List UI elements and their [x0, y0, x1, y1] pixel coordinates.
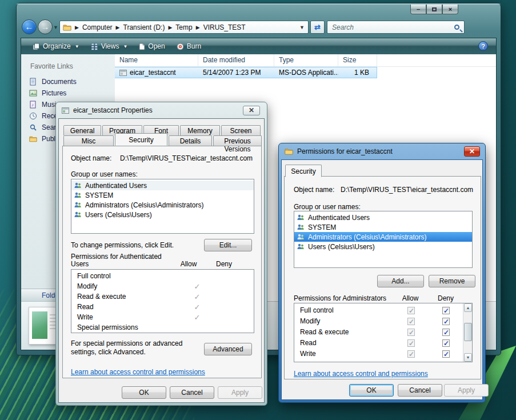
column-header-name[interactable]: Name: [115, 54, 198, 66]
deny-checkbox[interactable]: [442, 307, 450, 314]
list-item[interactable]: Authenticated Users: [71, 181, 254, 190]
breadcrumb-arrow-icon[interactable]: ▶: [75, 25, 79, 30]
tab-security[interactable]: Security: [115, 133, 167, 146]
breadcrumb-item-drive[interactable]: Transient (D:): [123, 23, 165, 31]
list-item[interactable]: SYSTEM: [294, 222, 472, 232]
group-list[interactable]: Authenticated Users SYSTEM Administrator…: [294, 211, 473, 268]
list-item[interactable]: Authenticated Users: [294, 213, 472, 222]
users-group-icon: [297, 214, 305, 221]
breadcrumb-item-computer[interactable]: Computer: [82, 23, 113, 31]
allow-header: Allow: [176, 260, 201, 268]
forward-icon[interactable]: →: [38, 19, 53, 34]
column-header-date-modified[interactable]: Date modified: [198, 54, 274, 66]
permissions-dialog-titlebar: Permissions for eicar_testaccnt: [285, 147, 393, 155]
scrollbar[interactable]: ▲ ▼: [463, 303, 472, 362]
scroll-up-icon[interactable]: ▲: [464, 303, 472, 312]
breadcrumb-arrow-icon[interactable]: ▶: [116, 25, 120, 30]
learn-about-link[interactable]: Learn about access control and permissio…: [294, 370, 428, 378]
list-item[interactable]: SYSTEM: [71, 190, 254, 200]
list-item-selected[interactable]: Administrators (Celsius\Administrators): [294, 232, 472, 242]
group-name: Administrators (Celsius\Administrators): [308, 233, 426, 241]
security-tab-page: Object name: D:\Temp\VIRUS_TEST\eicar_te…: [284, 176, 481, 379]
groups-label: Group or user names:: [294, 203, 361, 211]
sidebar-item-pictures[interactable]: Pictures: [21, 87, 115, 99]
sidebar-item-documents[interactable]: Documents: [21, 76, 115, 87]
table-row[interactable]: eicar_testaccnt 5/14/2007 1:23 PM MS-DOS…: [115, 67, 377, 78]
maximize-icon[interactable]: [426, 5, 442, 14]
group-name: Authenticated Users: [85, 182, 147, 190]
burn-button[interactable]: Burn: [177, 42, 201, 50]
allow-checkbox[interactable]: [407, 318, 415, 325]
edit-button[interactable]: Edit...: [204, 239, 252, 251]
ok-button[interactable]: OK: [349, 384, 394, 397]
organize-chevron-down-icon: ▼: [75, 44, 79, 49]
ok-button[interactable]: OK: [122, 386, 166, 399]
file-type: MS-DOS Applicati...: [274, 69, 338, 77]
permissions-list[interactable]: Full control Modify✓ Read & execute✓ Rea…: [71, 269, 254, 333]
tab-memory[interactable]: Memory: [180, 125, 220, 135]
learn-about-link[interactable]: Learn about access control and permissio…: [71, 368, 205, 376]
open-button[interactable]: Open: [139, 42, 165, 50]
close-icon[interactable]: ✕: [464, 146, 480, 157]
apply-button[interactable]: Apply: [218, 386, 262, 399]
search-icon[interactable]: [454, 25, 459, 30]
search-placeholder: Search: [332, 23, 454, 31]
list-item[interactable]: Users (Celsius\Users): [294, 242, 472, 251]
help-icon[interactable]: ?: [478, 41, 488, 51]
remove-button[interactable]: Remove: [429, 275, 475, 287]
group-name: SYSTEM: [85, 191, 113, 199]
tab-details[interactable]: Details: [169, 135, 212, 146]
breadcrumb-item-virus-test[interactable]: VIRUS_TEST: [203, 23, 246, 31]
refresh-icon[interactable]: ⇄: [310, 21, 325, 34]
list-item[interactable]: Administrators (Celsius\Administrators): [71, 200, 254, 210]
close-icon[interactable]: ✕: [243, 106, 260, 115]
breadcrumb-item-temp[interactable]: Temp: [175, 23, 192, 31]
breadcrumb[interactable]: ▶ Computer ▶ Transient (D:) ▶ Temp ▶ VIR…: [59, 21, 309, 34]
search-input[interactable]: Search: [327, 21, 465, 34]
allow-checkbox[interactable]: [407, 350, 415, 358]
scroll-down-icon[interactable]: ▼: [464, 353, 472, 362]
views-button[interactable]: Views ▼: [91, 42, 128, 50]
deny-checkbox[interactable]: [442, 329, 450, 336]
organize-button[interactable]: Organize ▼: [33, 42, 79, 50]
add-button[interactable]: Add...: [377, 275, 424, 287]
column-header-size[interactable]: Size: [338, 54, 377, 66]
allow-checkbox[interactable]: [407, 307, 415, 314]
history-chevron-down-icon[interactable]: ▼: [53, 25, 58, 30]
column-header-type[interactable]: Type: [274, 54, 338, 66]
deny-checkbox[interactable]: [442, 350, 450, 358]
tab-misc[interactable]: Misc: [63, 135, 114, 146]
cancel-button[interactable]: Cancel: [398, 384, 442, 397]
allow-checkbox[interactable]: [407, 329, 415, 336]
window-controls: – ×: [410, 5, 458, 14]
list-item[interactable]: Users (Celsius\Users): [71, 210, 254, 219]
tab-general[interactable]: General: [63, 125, 101, 135]
scrollbar-thumb[interactable]: [464, 323, 472, 341]
properties-dialog-titlebar: eicar_testaccnt Properties: [62, 106, 153, 114]
tab-screen[interactable]: Screen: [221, 125, 261, 135]
search-folder-icon: [29, 123, 37, 131]
tab-previous-versions[interactable]: Previous Versions: [213, 135, 262, 146]
cancel-button[interactable]: Cancel: [170, 386, 214, 399]
back-icon[interactable]: ←: [22, 19, 37, 34]
close-icon[interactable]: ×: [442, 5, 458, 14]
deny-checkbox[interactable]: [442, 318, 450, 325]
address-chevron-down-icon[interactable]: ▼: [299, 25, 305, 30]
users-group-icon: [74, 192, 82, 198]
permission-row: Write: [294, 349, 472, 360]
breadcrumb-arrow-icon[interactable]: ▶: [196, 25, 200, 30]
deny-checkbox[interactable]: [442, 339, 450, 347]
apply-button[interactable]: Apply: [444, 384, 489, 397]
tab-security[interactable]: Security: [285, 165, 322, 177]
breadcrumb-arrow-icon[interactable]: ▶: [168, 25, 172, 30]
permissions-list[interactable]: Full control Modify Read & execute Read: [294, 303, 473, 362]
group-list[interactable]: Authenticated Users SYSTEM Administrator…: [71, 179, 254, 234]
msdos-app-icon: [119, 70, 127, 76]
allow-checkbox[interactable]: [407, 339, 415, 347]
permission-row: Special permissions: [71, 323, 254, 333]
address-bar: ← → ▼ ▶ Computer ▶ Transient (D:) ▶ Temp…: [17, 19, 501, 35]
column-headers: Name Date modified Type Size: [115, 54, 496, 67]
advanced-button[interactable]: Advanced: [204, 343, 252, 355]
permissions-folder-icon: [285, 148, 293, 155]
minimize-icon[interactable]: –: [410, 5, 426, 14]
